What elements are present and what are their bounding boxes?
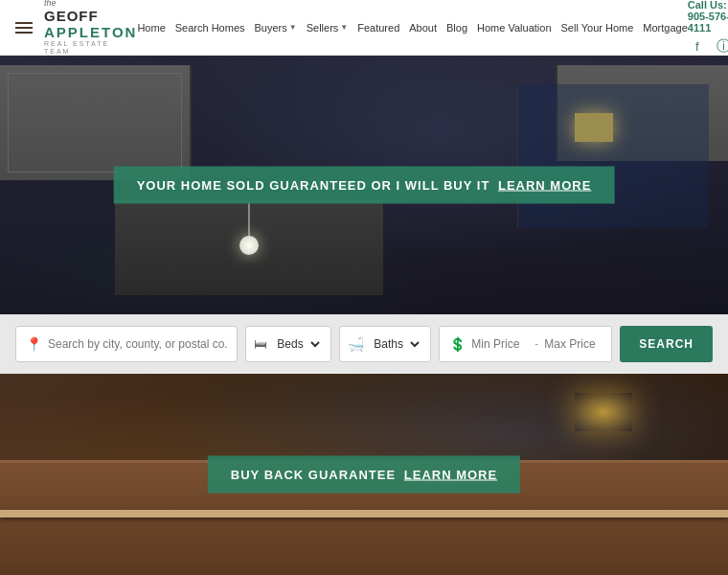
warm-counter xyxy=(0,510,728,518)
price-separator: - xyxy=(535,337,538,351)
baths-select[interactable]: Baths 1 2 3 4 5+ xyxy=(370,336,422,352)
location-pin-icon: 📍 xyxy=(26,336,42,352)
hero1-banner[interactable]: YOUR HOME SOLD GUARANTEED OR I WILL BUY … xyxy=(114,167,615,204)
nav-mortgage[interactable]: Mortgage xyxy=(643,22,687,34)
hero-section-2: BUY BACK GUARANTEE LEARN MORE xyxy=(0,374,728,575)
nav-featured[interactable]: Featured xyxy=(357,22,399,34)
search-button[interactable]: SEARCH xyxy=(620,326,713,362)
nav-about[interactable]: About xyxy=(409,22,437,34)
logo-geoff: GEOFF xyxy=(44,9,137,25)
cabinet-top-left xyxy=(0,65,192,180)
warm-chandelier-light xyxy=(575,393,632,431)
min-price-input[interactable] xyxy=(471,337,529,351)
pendant-light xyxy=(235,202,263,260)
baths-select-wrapper[interactable]: 🛁 Baths 1 2 3 4 5+ xyxy=(339,326,431,362)
nav-home[interactable]: Home xyxy=(137,22,165,34)
nav-sell-your-home[interactable]: Sell Your Home xyxy=(561,22,634,34)
social-icons: f ⓘ xyxy=(688,37,728,57)
kitchen-island xyxy=(115,199,383,295)
logo[interactable]: the GEOFF APPLETON REAL ESTATE TEAM xyxy=(15,0,137,56)
nav-sellers[interactable]: Sellers ▼ xyxy=(307,22,349,34)
price-icon: 💲 xyxy=(449,336,466,352)
buyers-dropdown-icon: ▼ xyxy=(289,23,297,32)
bed-icon: 🛏 xyxy=(254,336,267,352)
call-us: Call Us: 905-576-4111 xyxy=(688,0,728,34)
instagram-icon[interactable]: ⓘ xyxy=(715,37,728,57)
dining-area xyxy=(517,84,709,228)
search-input[interactable] xyxy=(48,337,227,351)
logo-subtitle: REAL ESTATE TEAM xyxy=(44,40,137,55)
nav-blog[interactable]: Blog xyxy=(446,22,467,34)
header-right: Call Us: 905-576-4111 f ⓘ xyxy=(688,0,728,57)
nav-search-homes[interactable]: Search Homes xyxy=(175,22,245,34)
bath-icon: 🛁 xyxy=(348,336,364,352)
facebook-icon[interactable]: f xyxy=(688,37,707,57)
hero2-banner[interactable]: BUY BACK GUARANTEE LEARN MORE xyxy=(208,456,520,494)
logo-text: the GEOFF APPLETON REAL ESTATE TEAM xyxy=(44,0,137,56)
price-range-wrapper[interactable]: 💲 - xyxy=(439,326,612,362)
logo-lines-icon xyxy=(15,22,33,34)
sellers-dropdown-icon: ▼ xyxy=(340,23,348,32)
search-bar: 📍 🛏 Beds 1 2 3 4 5+ 🛁 Baths 1 2 3 4 5+ 💲… xyxy=(0,314,728,374)
max-price-input[interactable] xyxy=(544,337,602,351)
beds-select[interactable]: Beds 1 2 3 4 5+ xyxy=(273,336,323,352)
logo-appleton: APPLETON xyxy=(44,25,137,41)
nav-buyers[interactable]: Buyers ▼ xyxy=(255,22,297,34)
nav-home-valuation[interactable]: Home Valuation xyxy=(477,22,551,34)
hero-section-1: YOUR HOME SOLD GUARANTEED OR I WILL BUY … xyxy=(0,56,728,314)
header: the GEOFF APPLETON REAL ESTATE TEAM Home… xyxy=(0,0,728,56)
beds-select-wrapper[interactable]: 🛏 Beds 1 2 3 4 5+ xyxy=(245,326,331,362)
dining-light xyxy=(575,113,613,142)
search-location-field[interactable]: 📍 xyxy=(15,326,238,362)
main-nav: Home Search Homes Buyers ▼ Sellers ▼ Fea… xyxy=(137,22,687,34)
